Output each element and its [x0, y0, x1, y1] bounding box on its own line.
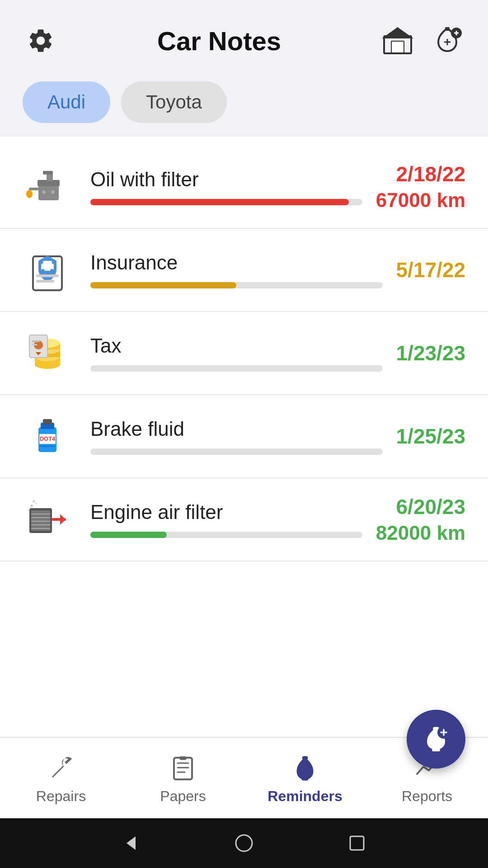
svg-rect-3 — [392, 42, 404, 52]
reminder-item-tax[interactable]: Tax 1/23/23 — [0, 312, 488, 395]
oil-filter-km: 67000 km — [376, 189, 465, 212]
brake-fluid-date-col: 1/25/23 — [396, 424, 465, 448]
repairs-label: Repairs — [36, 788, 86, 805]
reports-label: Reports — [402, 788, 452, 805]
svg-point-49 — [35, 503, 37, 505]
add-reminder-fab[interactable] — [407, 710, 465, 769]
repairs-icon — [45, 752, 77, 783]
papers-label: Papers — [160, 788, 206, 805]
garage-button[interactable] — [380, 23, 416, 59]
svg-rect-21 — [43, 261, 52, 266]
svg-text:DOT4: DOT4 — [40, 435, 56, 442]
oil-filter-date: 2/18/22 — [376, 162, 465, 186]
brake-fluid-progress-bg — [90, 448, 383, 455]
engine-air-filter-progress-bg — [90, 532, 362, 538]
svg-point-50 — [28, 509, 29, 511]
insurance-date: 5/17/22 — [396, 258, 465, 282]
svg-rect-18 — [36, 274, 59, 277]
svg-rect-37 — [43, 419, 52, 425]
engine-air-filter-date-col: 6/20/23 82000 km — [376, 495, 465, 544]
svg-point-51 — [33, 500, 35, 503]
nav-item-reminders[interactable]: Reminders — [244, 738, 366, 818]
oil-filter-progress-fill — [90, 199, 349, 205]
brake-fluid-content: Brake fluid — [90, 418, 383, 455]
brake-fluid-date: 1/25/23 — [396, 424, 465, 448]
papers-icon — [167, 752, 199, 783]
svg-rect-42 — [31, 510, 50, 531]
svg-point-16 — [51, 190, 55, 194]
svg-rect-19 — [36, 280, 54, 283]
header-actions — [380, 23, 465, 59]
reminder-item-brake-fluid[interactable]: DOT4 Brake fluid 1/25/23 — [0, 395, 488, 478]
svg-rect-53 — [432, 749, 440, 751]
tax-icon — [23, 328, 72, 378]
reminder-item-insurance[interactable]: Insurance 5/17/22 — [0, 229, 488, 312]
brake-fluid-icon: DOT4 — [23, 411, 72, 461]
engine-air-filter-km: 82000 km — [376, 522, 465, 544]
svg-point-14 — [26, 190, 33, 198]
svg-rect-66 — [350, 836, 364, 850]
oil-filter-content: Oil with filter — [90, 168, 362, 205]
settings-button[interactable] — [23, 23, 59, 59]
reminders-list: Oil with filter 2/18/22 67000 km — [0, 137, 488, 737]
oil-filter-progress-bg — [90, 199, 362, 205]
svg-rect-10 — [38, 184, 59, 200]
svg-point-65 — [236, 835, 252, 851]
app-title: Car Notes — [59, 26, 380, 56]
svg-point-23 — [50, 269, 54, 273]
tax-date: 1/23/23 — [396, 341, 465, 365]
tax-name: Tax — [90, 335, 383, 357]
svg-marker-1 — [382, 27, 413, 38]
header: Car Notes — [0, 0, 488, 72]
svg-rect-62 — [302, 756, 308, 760]
svg-rect-63 — [302, 778, 308, 780]
oil-icon — [23, 162, 72, 212]
engine-air-filter-name: Engine air filter — [90, 501, 362, 524]
brake-fluid-name: Brake fluid — [90, 418, 383, 440]
tax-progress-bg — [90, 365, 383, 372]
insurance-progress-fill — [90, 282, 236, 288]
svg-rect-40 — [40, 445, 55, 447]
svg-rect-61 — [179, 756, 187, 760]
reminder-item-engine-air-filter[interactable]: Engine air filter 6/20/23 82000 km — [0, 478, 488, 561]
android-back-button[interactable] — [120, 832, 142, 854]
insurance-content: Insurance — [90, 251, 383, 288]
insurance-date-col: 5/17/22 — [396, 258, 465, 282]
svg-rect-33 — [32, 340, 40, 342]
insurance-icon — [23, 245, 72, 295]
nav-item-repairs[interactable]: Repairs — [0, 738, 122, 818]
insurance-progress-bg — [90, 282, 383, 288]
oil-filter-date-col: 2/18/22 67000 km — [376, 162, 465, 212]
engine-air-filter-date: 6/20/23 — [376, 495, 465, 519]
engine-air-filter-content: Engine air filter — [90, 501, 362, 538]
reminder-item-oil-filter[interactable]: Oil with filter 2/18/22 67000 km — [0, 146, 488, 229]
svg-rect-34 — [32, 344, 37, 345]
tax-date-col: 1/23/23 — [396, 341, 465, 365]
oil-filter-name: Oil with filter — [90, 168, 362, 191]
nav-item-papers[interactable]: Papers — [122, 738, 244, 818]
car-tabs: Audi Toyota — [0, 72, 488, 137]
app-container: Car Notes — [0, 0, 488, 868]
engine-air-filter-progress-fill — [90, 532, 167, 538]
svg-rect-57 — [174, 758, 192, 779]
tab-toyota[interactable]: Toyota — [121, 81, 227, 123]
svg-rect-13 — [43, 171, 53, 175]
tab-audi[interactable]: Audi — [23, 81, 110, 123]
svg-marker-64 — [127, 836, 136, 850]
android-recents-button[interactable] — [346, 832, 368, 854]
svg-point-22 — [41, 269, 45, 273]
engine-air-filter-icon — [23, 495, 72, 544]
insurance-name: Insurance — [90, 251, 383, 274]
android-home-button[interactable] — [233, 832, 255, 854]
tax-content: Tax — [90, 335, 383, 372]
android-nav-bar — [0, 818, 488, 868]
svg-rect-4 — [445, 27, 450, 31]
reminders-icon — [289, 752, 321, 783]
svg-point-15 — [42, 190, 46, 194]
reminders-label: Reminders — [267, 788, 342, 805]
svg-point-48 — [30, 505, 33, 507]
add-reminder-header-button[interactable] — [429, 23, 465, 59]
